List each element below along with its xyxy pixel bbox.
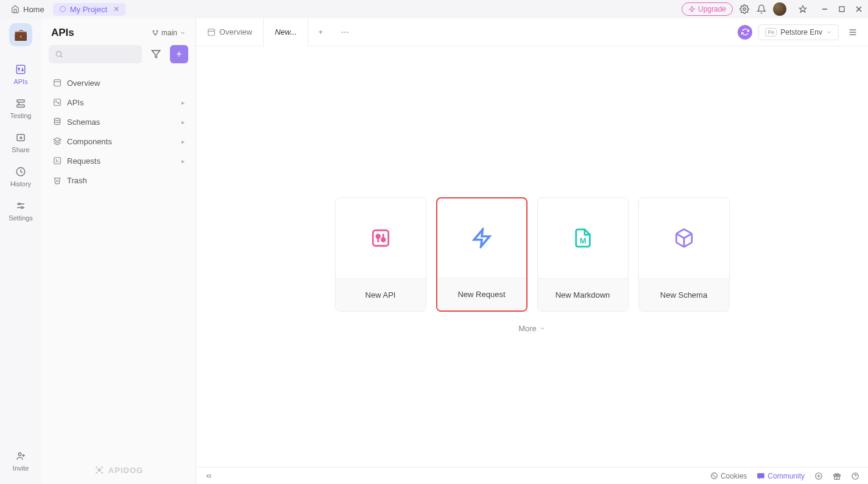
svg-point-19 bbox=[18, 203, 20, 205]
apis-icon bbox=[15, 64, 26, 75]
env-badge: Pe bbox=[765, 28, 777, 37]
titlebar: Home My Project ✕ Upgrade bbox=[0, 0, 868, 18]
add-status-button[interactable] bbox=[814, 472, 823, 480]
chevron-down-icon bbox=[826, 29, 832, 35]
add-button[interactable]: + bbox=[170, 45, 188, 63]
notifications-icon[interactable] bbox=[756, 4, 767, 15]
svg-point-27 bbox=[56, 51, 61, 56]
rail-invite[interactable]: Invite bbox=[0, 444, 41, 478]
project-tab[interactable]: My Project ✕ bbox=[53, 3, 125, 16]
schemas-icon bbox=[52, 117, 62, 127]
help-button[interactable] bbox=[851, 472, 859, 480]
svg-point-0 bbox=[60, 7, 65, 12]
tree-overview[interactable]: Overview bbox=[48, 73, 189, 93]
card-new-markdown[interactable]: M New Markdown bbox=[537, 197, 629, 312]
left-panel: APIs main + Overview APIs bbox=[41, 18, 196, 484]
home-tab[interactable]: Home bbox=[5, 2, 51, 16]
home-label: Home bbox=[23, 5, 44, 14]
svg-rect-30 bbox=[54, 80, 61, 86]
tab-add-button[interactable]: + bbox=[308, 18, 333, 46]
svg-marker-1 bbox=[689, 6, 694, 12]
card-new-api[interactable]: New API bbox=[335, 197, 426, 312]
card-new-request[interactable]: New Request bbox=[436, 197, 528, 312]
branch-selector[interactable]: main bbox=[152, 29, 186, 37]
pin-icon[interactable] bbox=[797, 4, 808, 15]
tree-requests[interactable]: Requests ▸ bbox=[48, 151, 189, 170]
tab-new[interactable]: New... bbox=[264, 18, 308, 46]
tab-more-button[interactable]: ⋯ bbox=[333, 18, 357, 46]
chevron-down-icon bbox=[180, 30, 186, 36]
maximize-button[interactable] bbox=[838, 5, 846, 13]
titlebar-actions: Upgrade bbox=[682, 2, 863, 16]
svg-point-33 bbox=[55, 101, 57, 102]
rail-settings[interactable]: Settings bbox=[0, 194, 41, 228]
filter-button[interactable] bbox=[147, 45, 165, 63]
settings-icon[interactable] bbox=[739, 4, 750, 15]
svg-point-35 bbox=[54, 118, 60, 121]
brand-footer: APIDOG bbox=[41, 456, 196, 484]
cookies-button[interactable]: Cookies bbox=[710, 472, 747, 480]
tabs-bar: Overview New... + ⋯ Pe Petstore Env bbox=[196, 18, 868, 46]
workspace-logo[interactable]: 💼 bbox=[9, 23, 32, 46]
invite-icon bbox=[15, 451, 26, 461]
tab-overview[interactable]: Overview bbox=[196, 18, 264, 46]
overview-icon bbox=[52, 78, 62, 88]
testing-icon bbox=[15, 98, 26, 109]
gift-button[interactable] bbox=[833, 472, 841, 480]
upgrade-icon bbox=[688, 5, 696, 13]
apis-tree-icon bbox=[52, 97, 62, 107]
svg-point-2 bbox=[743, 8, 746, 10]
history-icon bbox=[15, 166, 26, 177]
filter-icon bbox=[151, 49, 161, 59]
window-controls bbox=[820, 5, 863, 13]
card-new-schema[interactable]: New Schema bbox=[638, 197, 730, 312]
upgrade-label: Upgrade bbox=[698, 5, 726, 13]
env-settings-button[interactable] bbox=[845, 24, 861, 40]
settings-rail-icon bbox=[15, 200, 26, 211]
brand-icon bbox=[94, 465, 105, 475]
svg-point-24 bbox=[153, 30, 154, 32]
svg-rect-13 bbox=[17, 105, 24, 107]
svg-rect-4 bbox=[839, 7, 844, 12]
svg-marker-54 bbox=[474, 230, 490, 247]
cookie-icon bbox=[710, 472, 718, 480]
refresh-button[interactable] bbox=[738, 25, 752, 40]
rail-apis[interactable]: APIs bbox=[0, 57, 41, 91]
environment-selector[interactable]: Pe Petstore Env bbox=[758, 24, 839, 40]
collapse-panel-button[interactable] bbox=[205, 472, 213, 480]
svg-point-11 bbox=[22, 69, 23, 71]
rail-share[interactable]: Share bbox=[0, 125, 41, 160]
svg-line-28 bbox=[61, 56, 63, 58]
minimize-button[interactable] bbox=[820, 5, 829, 13]
tree-apis[interactable]: APIs ▸ bbox=[48, 93, 189, 112]
new-schema-icon bbox=[674, 228, 694, 248]
share-icon bbox=[15, 132, 26, 143]
svg-point-58 bbox=[713, 475, 713, 475]
upgrade-button[interactable]: Upgrade bbox=[682, 2, 733, 16]
svg-point-59 bbox=[715, 476, 715, 477]
community-button[interactable]: Community bbox=[757, 472, 805, 480]
avatar[interactable] bbox=[773, 2, 786, 16]
tree-components[interactable]: Components ▸ bbox=[48, 132, 189, 151]
discord-icon bbox=[757, 472, 765, 480]
svg-point-42 bbox=[96, 472, 97, 474]
search-input[interactable] bbox=[49, 45, 142, 63]
tree-trash[interactable]: Trash bbox=[48, 170, 189, 190]
svg-point-21 bbox=[18, 453, 21, 456]
more-link[interactable]: More bbox=[518, 324, 546, 333]
svg-point-43 bbox=[101, 472, 103, 474]
chevron-right-icon: ▸ bbox=[182, 119, 185, 125]
svg-text:M: M bbox=[579, 236, 586, 245]
chevron-double-left-icon bbox=[205, 472, 213, 480]
svg-point-50 bbox=[376, 234, 379, 238]
rail-testing[interactable]: Testing bbox=[0, 91, 41, 125]
help-icon bbox=[851, 472, 859, 480]
rail-history[interactable]: History bbox=[0, 160, 41, 194]
nav-rail: 💼 APIs Testing Share History Settings In… bbox=[0, 18, 41, 484]
chevron-down-icon bbox=[539, 325, 546, 332]
close-button[interactable] bbox=[855, 5, 863, 13]
svg-point-40 bbox=[96, 466, 97, 468]
tree-schemas[interactable]: Schemas ▸ bbox=[48, 112, 189, 132]
home-icon bbox=[11, 5, 19, 13]
close-icon[interactable]: ✕ bbox=[113, 5, 119, 13]
